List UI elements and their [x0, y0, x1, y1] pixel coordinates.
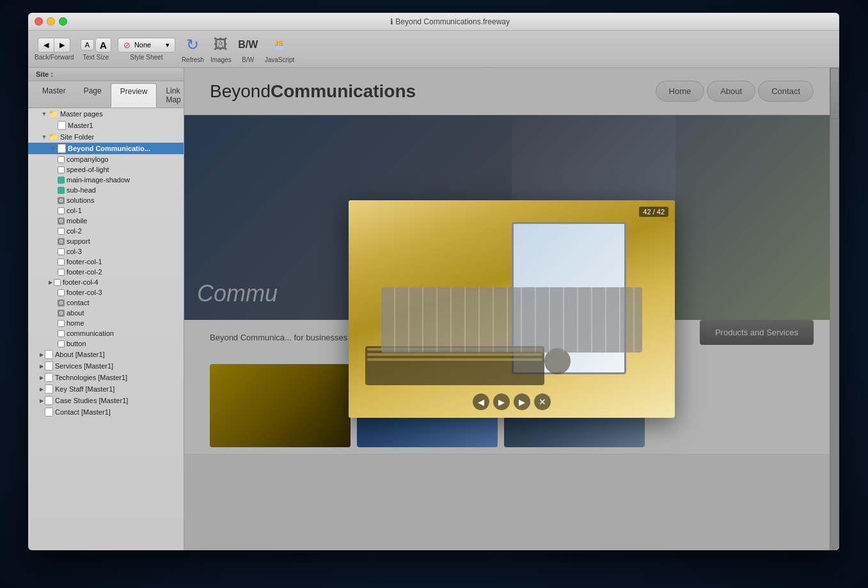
modal-close-button[interactable]: ✕	[534, 393, 551, 410]
modal-overlay[interactable]: 42 / 42	[184, 68, 839, 550]
tab-master[interactable]: Master	[33, 83, 75, 107]
close-button[interactable]	[35, 17, 43, 26]
text-size-large-button[interactable]: A	[95, 38, 111, 52]
tree-footer-col-2[interactable]: footer-col-2	[28, 267, 184, 277]
forward-button[interactable]: ▶	[54, 38, 70, 52]
gear-icon: ⚙	[58, 310, 65, 317]
tree-button[interactable]: button	[28, 338, 184, 349]
tree-speed-of-light[interactable]: speed-of-light	[28, 164, 184, 175]
refresh-label: Refresh	[182, 56, 204, 63]
tab-preview[interactable]: Preview	[111, 83, 157, 107]
tree-services-page[interactable]: ▶ Services [Master1]	[28, 360, 184, 372]
tree-master1[interactable]: ▶ Master1	[28, 120, 184, 131]
item-label: col-2	[67, 227, 82, 235]
text-size-small-button[interactable]: A	[81, 39, 94, 51]
item-label: footer-col-1	[67, 258, 102, 266]
tree-main-image-shadow[interactable]: main-image-shadow	[28, 175, 184, 185]
expand-icon: ▶	[40, 398, 43, 404]
images-label: Images	[210, 56, 232, 63]
item-label: home	[67, 319, 84, 327]
expand-icon: ▶	[40, 386, 43, 392]
modal-play-button[interactable]: ▶	[493, 393, 510, 410]
tree-beyond-comm[interactable]: ▼ Beyond Communicatio...	[28, 143, 184, 154]
tree-home[interactable]: home	[28, 318, 184, 328]
window-title: ℹ Beyond Communications.freeway	[67, 17, 833, 26]
tree-footer-col-4-expand[interactable]: ▶ footer-col-4	[28, 277, 184, 287]
tree-communication[interactable]: communication	[28, 328, 184, 338]
tree-solutions[interactable]: ⚙ solutions	[28, 195, 184, 205]
item-label: col-3	[67, 248, 82, 255]
collapse-icon: ▼	[40, 109, 49, 118]
tree-sub-head[interactable]: sub-head	[28, 185, 184, 195]
gear-icon: ⚙	[58, 299, 65, 306]
tree-footer-col-3[interactable]: footer-col-3	[28, 287, 184, 298]
item-label: communication	[67, 330, 114, 337]
tab-link-map[interactable]: Link Map	[157, 83, 184, 107]
checkbox-icon	[58, 207, 65, 214]
gear-icon: ⚙	[58, 218, 65, 225]
text-size-buttons: A A	[81, 38, 111, 52]
back-icon: ◀	[43, 41, 49, 49]
item-label: support	[67, 237, 90, 245]
tree-companylogo[interactable]: companylogo	[28, 154, 184, 164]
titlebar: ℹ Beyond Communications.freeway	[28, 13, 839, 31]
tree-col-2[interactable]: col-2	[28, 226, 184, 236]
tree-casestudies-page[interactable]: ▶ Case Studies [Master1]	[28, 395, 184, 406]
refresh-section: ↻ Refresh	[182, 35, 204, 63]
back-forward-section: ◀ ▶ Back/Forward	[35, 38, 74, 61]
traffic-lights	[35, 17, 67, 26]
back-forward-nav: ◀ ▶	[38, 38, 70, 52]
bw-section: B/W B/W	[238, 35, 258, 63]
expand-icon: ▶	[49, 280, 52, 285]
item-label: footer-col-4	[63, 278, 99, 286]
tree-contact[interactable]: ⚙ contact	[28, 298, 184, 308]
item-label: solutions	[67, 196, 94, 204]
tree-footer-col-1[interactable]: footer-col-1	[28, 257, 184, 267]
item-label: button	[67, 340, 86, 347]
page-label: Services [Master1]	[55, 362, 113, 370]
modal-next-button[interactable]: ▶	[514, 393, 530, 410]
stylesheet-select[interactable]: ⊘ None ▾	[118, 38, 175, 52]
maximize-button[interactable]	[59, 17, 67, 26]
tree-mobile[interactable]: ⚙ mobile	[28, 216, 184, 226]
images-button[interactable]: 🖼	[210, 35, 231, 55]
no-entry-icon: ⊘	[123, 40, 130, 50]
item-label: main-image-shadow	[67, 176, 130, 184]
javascript-button[interactable]: ☁ JS	[269, 35, 290, 55]
tree-technologies-page[interactable]: ▶ Technologies [Master1]	[28, 372, 184, 383]
page-icon	[45, 350, 53, 359]
text-size-section: A A Text Size	[81, 38, 111, 61]
close-icon: ✕	[539, 397, 546, 407]
bw-icon: B/W	[238, 39, 258, 51]
tree-support[interactable]: ⚙ support	[28, 236, 184, 246]
tree-col-3[interactable]: col-3	[28, 246, 184, 257]
prev-icon: ◀	[478, 397, 484, 407]
beyond-comm-label: Beyond Communicatio...	[68, 145, 150, 152]
bw-button[interactable]: B/W	[238, 35, 258, 55]
refresh-button[interactable]: ↻	[182, 35, 203, 55]
tree-contact-page[interactable]: ▶ Contact [Master1]	[28, 406, 184, 418]
item-label: speed-of-light	[67, 166, 109, 173]
tree-col-1[interactable]: col-1	[28, 205, 184, 216]
tab-page[interactable]: Page	[75, 83, 111, 107]
tabs-row: Master Page Preview Link Map	[28, 81, 184, 108]
images-icon: 🖼	[214, 36, 228, 53]
tree-master-pages[interactable]: ▼ 📁 Master pages	[28, 108, 184, 120]
master-pages-label: Master pages	[60, 110, 103, 118]
item-label: sub-head	[67, 186, 96, 194]
sidebar-header: Site :	[28, 68, 184, 81]
tree-site-folder[interactable]: ▼ 📁 Site Folder	[28, 131, 184, 143]
collapse-icon: ▼	[49, 144, 58, 153]
minimize-button[interactable]	[47, 17, 55, 26]
modal-prev-button[interactable]: ◀	[473, 393, 489, 410]
tree-about[interactable]: ⚙ about	[28, 308, 184, 318]
back-button[interactable]: ◀	[38, 38, 54, 52]
javascript-label: JavaScript	[265, 56, 295, 63]
checkbox-icon	[58, 258, 65, 266]
main-window: ℹ Beyond Communications.freeway ◀ ▶ Back…	[28, 13, 839, 550]
next-icon: ▶	[519, 397, 525, 407]
item-label: footer-col-2	[67, 268, 102, 276]
tree-about-page[interactable]: ▶ About [Master1]	[28, 349, 184, 360]
tree-keystaff-page[interactable]: ▶ Key Staff [Master1]	[28, 383, 184, 395]
page-label: About [Master1]	[55, 351, 105, 358]
